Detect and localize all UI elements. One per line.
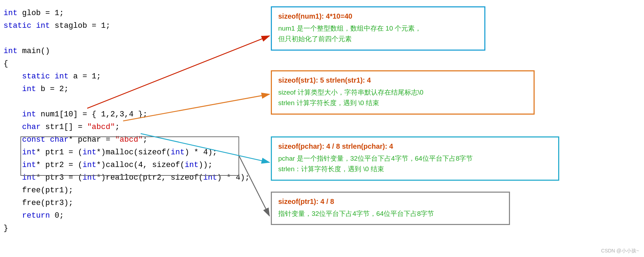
code-line-17: return 0; [4, 210, 243, 222]
code-line-2: static int staglob = 1; [4, 20, 243, 32]
code-line-10: char str1[] = "abcd"; [4, 121, 243, 134]
annotation-box-sizeof-num1: sizeof(num1): 4*10=40 num1 是一个整型数组，数组中存在… [271, 6, 485, 51]
anno-box1-line2: 但只初始化了前四个元素 [278, 34, 478, 44]
anno-box1-desc: num1 是一个整型数组，数组中存在 10 个元素， 但只初始化了前四个元素 [278, 23, 478, 45]
anno-box3-title: sizeof(pchar): 4 / 8 strlen(pchar): 4 [278, 142, 552, 150]
code-line-5: { [4, 58, 243, 70]
watermark: CSDN @小小孩~ [601, 248, 639, 254]
code-line-blank1 [4, 32, 243, 45]
code-line-14: int* ptr3 = (int*)realloc(ptr2, sizeof(i… [4, 172, 243, 184]
anno-box3-desc: pchar 是一个指针变量，32位平台下占4字节，64位平台下占8字节 strl… [278, 153, 552, 175]
anno-box1-title: sizeof(num1): 4*10=40 [278, 12, 478, 20]
annotation-box-sizeof-pchar: sizeof(pchar): 4 / 8 strlen(pchar): 4 pc… [271, 136, 559, 181]
anno-box1-line1: num1 是一个整型数组，数组中存在 10 个元素， [278, 23, 478, 34]
annotation-box-sizeof-str1: sizeof(str1): 5 strlen(str1): 4 sizeof 计… [271, 70, 535, 115]
code-section: int glob = 1; static int staglob = 1; in… [4, 7, 243, 235]
code-line-11: const char* pchar = "abcd"; [4, 134, 243, 146]
anno-box2-desc: sizeof 计算类型大小，字符串默认存在结尾标志\0 strlen 计算字符长… [278, 87, 527, 109]
anno-box2-line2: strlen 计算字符长度，遇到 \0 结束 [278, 98, 527, 108]
anno-box4-desc: 指针变量，32位平台下占4字节，64位平台下占8字节 [278, 208, 503, 219]
code-line-12: int* ptr1 = (int*)malloc(sizeof(int) * 4… [4, 146, 243, 159]
arrow-ptr [239, 156, 269, 216]
anno-box2-line1: sizeof 计算类型大小，字符串默认存在结尾标志\0 [278, 87, 527, 98]
code-line-6: static int a = 1; [4, 70, 243, 83]
anno-box3-line1: pchar 是一个指针变量，32位平台下占4字节，64位平台下占8字节 [278, 153, 552, 164]
anno-box4-title: sizeof(ptr1): 4 / 8 [278, 198, 503, 206]
anno-box4-line1: 指针变量，32位平台下占4字节，64位平台下占8字节 [278, 208, 503, 219]
annotation-box-sizeof-ptr1: sizeof(ptr1): 4 / 8 指针变量，32位平台下占4字节，64位平… [271, 192, 510, 225]
anno-box3-line2: strlen：计算字符长度，遇到 \0 结束 [278, 164, 552, 174]
code-line-blank2 [4, 96, 243, 108]
code-line-16: free(ptr3); [4, 197, 243, 210]
code-line-7: int b = 2; [4, 83, 243, 96]
anno-box2-title: sizeof(str1): 5 strlen(str1): 4 [278, 76, 527, 84]
code-line-9: int num1[10] = { 1,2,3,4 }; [4, 108, 243, 121]
code-line-18: } [4, 222, 243, 235]
code-line-15: free(ptr1); [4, 184, 243, 197]
code-line-1: int glob = 1; [4, 7, 243, 20]
code-line-4: int main() [4, 45, 243, 58]
code-line-13: int* ptr2 = (int*)calloc(4, sizeof(int))… [4, 159, 243, 172]
